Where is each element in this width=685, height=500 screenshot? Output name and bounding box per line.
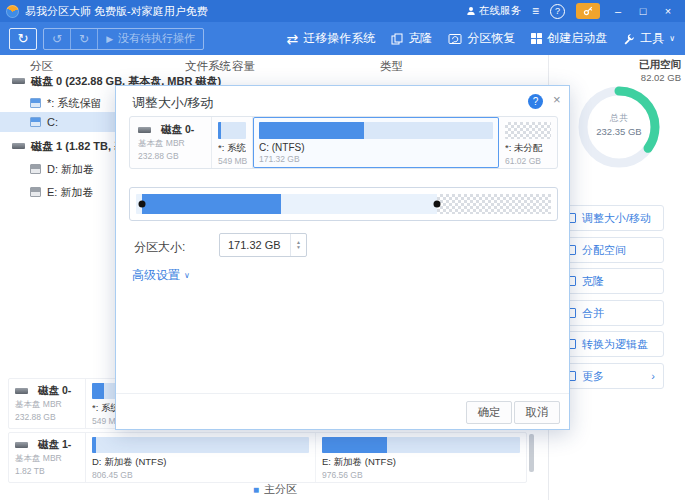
panel-button-convert-logical[interactable]: 转换为逻辑盘 [557, 331, 664, 357]
chevron-down-icon: ∨ [184, 271, 190, 280]
execute-label: 没有待执行操作 [118, 31, 195, 46]
legend-primary-partition: ■ 主分区 [253, 482, 297, 497]
slider-right-handle[interactable] [433, 201, 440, 208]
donut-center-label: 总共 232.35 GB [571, 112, 667, 137]
migrate-os-icon: ⇄ [286, 31, 298, 47]
close-button[interactable]: × [661, 5, 675, 17]
dialog-segment-c-drive[interactable]: C: (NTFS) 171.32 GB [253, 117, 499, 168]
disk-icon [12, 143, 25, 149]
partition-icon [30, 187, 41, 197]
dialog-disk-info: 磁盘 0- 基本盘 MBR 232.88 GB [130, 117, 212, 168]
boot-disk-icon [531, 33, 542, 44]
panel-button-allocate-space[interactable]: 分配空间 [557, 237, 664, 263]
clone-icon [391, 33, 403, 45]
partition-recovery-icon [448, 33, 462, 45]
partition-size-field: ▲ ▼ [219, 233, 307, 257]
title-bar: 易我分区大师 免费版-对家庭用户免费 在线服务 ≡ ? – □ × [0, 0, 685, 22]
slider-used-fill [142, 194, 281, 214]
migrate-os-button[interactable]: ⇄ 迁移操作系统 [286, 30, 375, 47]
dialog-segment-system-reserved[interactable]: *: 系统保... 549 MB [212, 117, 253, 168]
dialog-help-icon[interactable]: ? [528, 94, 543, 109]
key-icon [583, 6, 593, 16]
ok-button[interactable]: 确定 [466, 401, 512, 424]
app-logo-icon [6, 5, 19, 18]
online-service-button[interactable]: 在线服务 [466, 4, 521, 18]
legend-square-icon: ■ [253, 484, 259, 495]
partition-icon [30, 164, 41, 174]
create-boot-disk-button[interactable]: 创建启动盘 [531, 30, 607, 47]
panel-button-clone[interactable]: 克隆 [557, 268, 664, 294]
dialog-disk-strip: 磁盘 0- 基本盘 MBR 232.88 GB *: 系统保... 549 MB… [129, 116, 558, 169]
panel-button-merge[interactable]: 合并 [557, 300, 664, 326]
redo-button[interactable]: ↻ [71, 29, 98, 49]
disk-icon [15, 442, 28, 448]
cancel-button[interactable]: 取消 [514, 401, 560, 424]
wrench-icon [623, 33, 635, 45]
slider-left-handle[interactable] [139, 201, 146, 208]
maximize-button[interactable]: □ [636, 5, 650, 17]
disk-icon [138, 127, 151, 133]
chevron-right-icon: › [651, 370, 655, 382]
disk1-partition-e[interactable]: E: 新加卷 (NTFS) 976.56 GB [316, 433, 526, 482]
tools-caret-icon: ∨ [669, 34, 675, 43]
partition-size-label: 分区大小: [134, 239, 185, 256]
menu-icon[interactable]: ≡ [532, 5, 539, 17]
resize-slider[interactable] [129, 187, 558, 221]
disk-map-row-disk1[interactable]: 磁盘 1- 基本盘 MBR 1.82 TB D: 新加卷 (NTFS) 806.… [8, 432, 527, 483]
execute-button[interactable]: ▶ 没有待执行操作 [98, 29, 203, 49]
play-icon: ▶ [106, 34, 113, 44]
undo-button[interactable]: ↺ [44, 29, 71, 49]
disk1-info: 磁盘 1- 基本盘 MBR 1.82 TB [9, 433, 86, 482]
tools-button[interactable]: 工具 ∨ [623, 30, 675, 47]
toolbar: ↻ ↺ ↻ ▶ 没有待执行操作 ⇄ 迁移操作系统 克隆 分区恢复 [0, 22, 685, 55]
app-window: 易我分区大师 免费版-对家庭用户免费 在线服务 ≡ ? – □ × ↻ ↺ ↻ … [0, 0, 685, 500]
partition-recovery-button[interactable]: 分区恢复 [448, 30, 515, 47]
slider-track[interactable] [136, 194, 551, 214]
upgrade-button[interactable] [576, 3, 600, 19]
resize-move-dialog: 调整大小/移动 ? × 磁盘 0- 基本盘 MBR 232.88 GB *: 系… [115, 85, 570, 430]
disk1-partition-d[interactable]: D: 新加卷 (NTFS) 806.45 GB [86, 433, 316, 482]
dialog-footer-divider [116, 393, 569, 394]
dialog-close-icon[interactable]: × [553, 92, 561, 107]
clone-button[interactable]: 克隆 [391, 30, 432, 47]
disk-icon [12, 78, 25, 84]
pending-operations-group: ↺ ↻ ▶ 没有待执行操作 [43, 28, 204, 50]
dialog-segment-unallocated[interactable]: *: 未分配 61.02 GB [499, 117, 557, 168]
size-spinner[interactable]: ▲ ▼ [290, 234, 306, 256]
partition-icon [30, 117, 41, 127]
app-title: 易我分区大师 免费版-对家庭用户免费 [25, 4, 208, 19]
advanced-settings-link[interactable]: 高级设置 ∨ [132, 267, 190, 284]
minimize-button[interactable]: – [611, 5, 625, 17]
slider-unallocated-area [437, 194, 551, 214]
panel-button-resize-move[interactable]: 调整大小/移动 [557, 205, 664, 231]
refresh-button[interactable]: ↻ [9, 28, 37, 50]
help-icon[interactable]: ? [550, 4, 565, 19]
partition-size-input[interactable] [220, 238, 290, 252]
dialog-title: 调整大小/移动 [132, 94, 214, 112]
partition-icon [30, 98, 41, 108]
spinner-down-icon: ▼ [296, 245, 301, 250]
vertical-scrollbar[interactable] [529, 434, 534, 472]
person-icon [466, 6, 476, 16]
disk0-info: 磁盘 0- 基本盘 MBR 232.88 GB [9, 379, 86, 428]
disk-icon [15, 388, 28, 394]
disk-usage-donut: 总共 232.35 GB [571, 79, 667, 175]
panel-button-more[interactable]: 更多 › [557, 363, 664, 389]
